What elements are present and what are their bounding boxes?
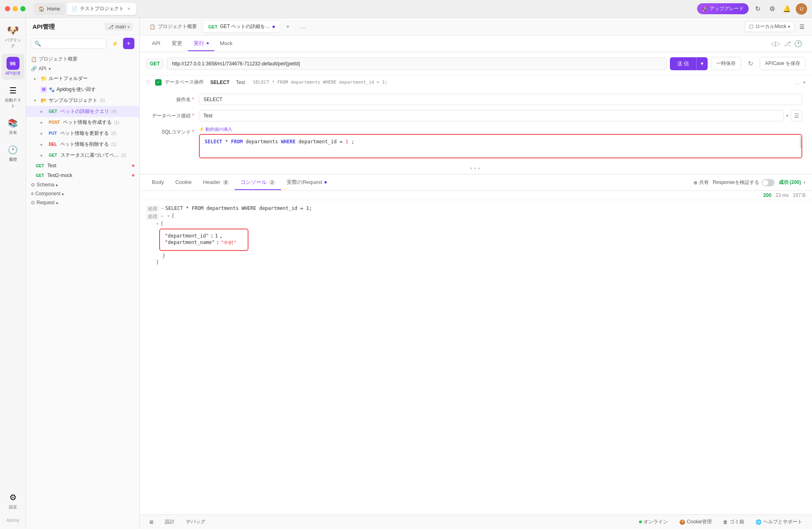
url-input[interactable]: [167, 58, 667, 70]
db-more-button[interactable]: …: [795, 79, 800, 85]
filter-button[interactable]: ⚡: [109, 38, 121, 49]
sidebar-item-test[interactable]: GET Test: [26, 161, 139, 171]
close-traffic-light[interactable]: [5, 6, 10, 11]
save-api-button[interactable]: APICase を保存: [760, 57, 806, 70]
sidebar-item-shared[interactable]: 📚 共有: [2, 114, 24, 139]
tab-cookie[interactable]: Cookie: [170, 176, 197, 189]
branch-selector[interactable]: ⎇ main ▾: [105, 23, 133, 31]
tab-api[interactable]: API: [146, 37, 166, 50]
verify-toggle-switch[interactable]: [762, 179, 775, 186]
sidebar-item-get-status[interactable]: ▸ GET ステータスに基づいてペ… (2): [26, 150, 139, 161]
upgrade-button[interactable]: 🚀 アップグレード: [697, 3, 749, 14]
nav-search-row: 🔍 ⚡ +: [26, 35, 139, 52]
response-tabs-bar: Body Cookie Header 8 コンソール 2 実際のRequest: [140, 175, 812, 191]
tab-actual-request[interactable]: 実際のRequest: [281, 175, 333, 190]
sidebar-item-del-pet[interactable]: ▸ DEL ペット情報を削除する (1): [26, 139, 139, 150]
branch-icon-right[interactable]: ⎇: [784, 40, 791, 48]
tab-run[interactable]: 実行: [188, 37, 214, 51]
sidebar-item-root-folder[interactable]: ▸ 📁 ルートフォルダー: [26, 73, 139, 84]
sidebar-item-put-pet[interactable]: ▸ PUT ペット情報を更新する (2): [26, 128, 139, 139]
cookie-button[interactable]: 🍪 Cookie管理: [676, 517, 715, 527]
tab-get-pet[interactable]: GET GET ペットの詳細を…: [203, 21, 280, 32]
sql-editor[interactable]: SELECT * FROM departments WHERE departme…: [199, 134, 802, 158]
titlebar-right: 🚀 アップグレード ↻ ⚙ 🔔 U: [697, 3, 807, 15]
sidebar-item-schema[interactable]: ⊙ Schema ▸: [26, 180, 139, 189]
sidebar-item-post-pet[interactable]: ▸ POST ペット情報を作成する (1): [26, 117, 139, 128]
refresh-button[interactable]: ↻: [744, 58, 756, 70]
plus-tab-label: +: [286, 24, 289, 30]
clock-right-icon[interactable]: 🕐: [794, 40, 802, 48]
search-input[interactable]: [43, 41, 103, 46]
sidebar-item-project-overview[interactable]: 📋 プロジェクト概要: [26, 54, 139, 64]
expand-icon[interactable]: ▾: [167, 213, 170, 219]
help-label: ヘルプとサポート: [763, 518, 802, 525]
post-pet-label: ペット情報を作成する: [63, 119, 112, 126]
save-temp-button[interactable]: 一時保存: [711, 57, 741, 70]
trash-button[interactable]: 🗑 ゴミ箱: [720, 517, 747, 527]
colon-2: :: [216, 240, 219, 245]
db-connection-select[interactable]: Test: [199, 110, 784, 121]
tab-project-overview[interactable]: 📋 プロジェクト概要: [145, 21, 202, 32]
help-button[interactable]: 🌐 ヘルプとサポート: [752, 517, 806, 527]
debug-button[interactable]: デバッグ: [183, 517, 209, 527]
sidebar-item-request[interactable]: ⊙ Request ▸: [26, 198, 139, 207]
share-button[interactable]: ⊕ 共有: [693, 179, 709, 186]
bell-icon-btn[interactable]: 🔔: [781, 3, 793, 15]
post-chevron-icon: ▸: [41, 120, 45, 125]
db-chevron-icon[interactable]: ▾: [803, 80, 806, 85]
sidebar-item-apidog[interactable]: M 🐾 Apidogを使い回す: [26, 84, 139, 95]
project-overview-label: プロジェクト概要: [39, 56, 78, 63]
nav-search[interactable]: 🔍: [31, 39, 107, 49]
online-button[interactable]: オンライン: [636, 517, 671, 527]
op-name-input[interactable]: [199, 94, 802, 105]
tag-process-2: 処理: [146, 213, 159, 220]
minimize-traffic-light[interactable]: [13, 6, 18, 11]
settings-icon-btn[interactable]: ⚙: [767, 3, 778, 15]
sidebar-item-settings[interactable]: ⚙ 設定: [2, 488, 24, 513]
nav-title: API管理: [32, 23, 55, 31]
arrow-right-1: →: [161, 205, 164, 211]
design-button[interactable]: 設計: [162, 517, 178, 527]
avatar[interactable]: U: [796, 3, 807, 15]
tab-more[interactable]: …: [296, 22, 310, 32]
tab-console[interactable]: コンソール 2: [235, 175, 281, 190]
expand-icon-inner[interactable]: ▾: [156, 221, 159, 227]
send-dropdown-button[interactable]: ▾: [696, 57, 708, 70]
sidebar-item-autotest[interactable]: ☰ 自動テスト: [2, 81, 24, 112]
local-mock-button[interactable]: ☐ ローカルMock ▾: [745, 21, 795, 32]
nav-arrows-icon[interactable]: ◁▷: [771, 40, 780, 48]
refresh-icon-btn[interactable]: ↻: [752, 3, 763, 15]
add-button[interactable]: +: [123, 38, 134, 49]
get-method-badge: GET: [47, 109, 59, 114]
sql-scrollbar: [800, 136, 801, 149]
tab-mock[interactable]: Mock: [214, 37, 238, 50]
sidebar-item-get-pet[interactable]: ▸ GET ペットの詳細をクエリ (4): [26, 106, 139, 117]
tab-test-project[interactable]: 📄 テストプロジェクト ✕: [67, 3, 136, 15]
send-button[interactable]: 送 信: [670, 57, 697, 70]
del-pet-label: ペット情報を削除する: [60, 141, 109, 148]
tab-changes[interactable]: 変更: [166, 37, 188, 51]
put-pet-label: ペット情報を更新する: [60, 130, 109, 137]
maximize-traffic-light[interactable]: [20, 6, 26, 11]
dropdown-chevron-icon[interactable]: ▾: [803, 180, 806, 185]
tab-home[interactable]: 🏠 Home: [34, 3, 65, 15]
sidebar-item-api[interactable]: 96 API管理: [2, 54, 24, 80]
sidebar-item-test2[interactable]: GET Test2-mock: [26, 171, 139, 180]
layout-icon-btn[interactable]: ⊞: [146, 518, 157, 527]
tab-close-button[interactable]: ✕: [126, 6, 131, 11]
sidebar-item-component[interactable]: ≡ Component ▸: [26, 189, 139, 198]
sidebar-item-history[interactable]: 🕐 履歴: [2, 140, 24, 166]
plus-icon: +: [127, 40, 130, 47]
connection-settings-icon[interactable]: ☰: [791, 110, 802, 121]
db-header[interactable]: ⠿ ✓ データベース操作 SELECT Test SELECT * FROM d…: [140, 76, 812, 89]
get-status-label: ステータスに基づいてペ…: [60, 152, 119, 159]
test-label: Test: [48, 163, 56, 168]
tab-header[interactable]: Header 8: [197, 176, 235, 189]
sidebar-item-sample-project[interactable]: ▾ 📂 サンプルプロジェクト (5): [26, 95, 139, 106]
tab-body[interactable]: Body: [146, 176, 170, 189]
hamburger-button[interactable]: ☰: [797, 22, 807, 32]
dynamic-value-button[interactable]: ⚡ 動的値の挿入: [199, 126, 802, 132]
sidebar-item-api-section[interactable]: 🔗 API ▾: [26, 64, 139, 73]
sidebar-item-public[interactable]: 🐶 パブリック: [2, 21, 24, 52]
tab-plus[interactable]: +: [281, 22, 294, 32]
